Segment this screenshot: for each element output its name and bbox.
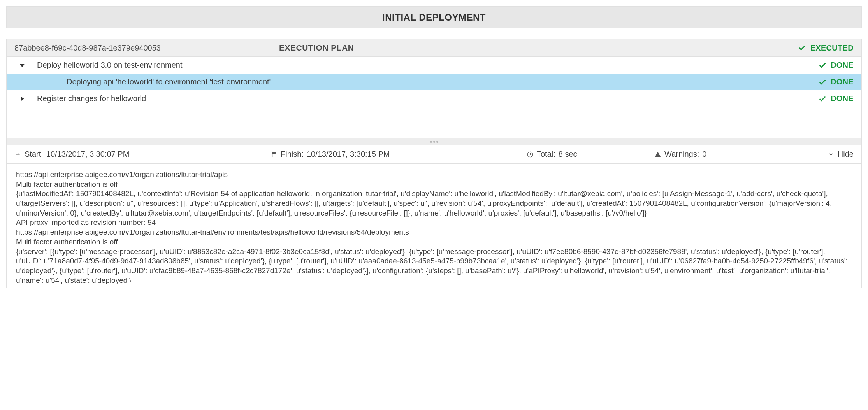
plan-row-label: Register changes for helloworld: [30, 94, 146, 103]
execution-plan-panel: 87abbee8-f69c-40d8-987a-1e379e940053 EXE…: [6, 39, 862, 288]
status-text: DONE: [831, 94, 854, 103]
warnings-label: Warnings:: [664, 150, 699, 159]
plan-row[interactable]: Deploying api 'helloworld' to environmen…: [7, 74, 861, 90]
check-icon: [818, 78, 827, 86]
total-label: Total:: [537, 150, 555, 159]
page-header: INITIAL DEPLOYMENT: [6, 6, 862, 28]
resize-handle[interactable]: [7, 138, 861, 145]
check-icon: [818, 61, 827, 70]
status-text: EXECUTED: [810, 44, 854, 53]
plan-row-label: Deploy helloworld 3.0 on test-environmen…: [30, 61, 183, 70]
status-text: DONE: [831, 77, 854, 86]
finish-value: 10/13/2017, 3:30:15 PM: [307, 150, 390, 159]
plan-header-row: 87abbee8-f69c-40d8-987a-1e379e940053 EXE…: [7, 39, 861, 57]
log-output: https://api.enterprise.apigee.com/v1/org…: [7, 164, 861, 288]
execution-summary-bar: Start: 10/13/2017, 3:30:07 PM Finish: 10…: [7, 145, 861, 164]
plan-row[interactable]: Register changes for helloworld DONE: [7, 90, 861, 107]
status-text: DONE: [831, 61, 854, 70]
page-title: INITIAL DEPLOYMENT: [7, 12, 861, 23]
flag-checkered-icon: [271, 151, 278, 158]
plan-row[interactable]: Deploy helloworld 3.0 on test-environmen…: [7, 57, 861, 74]
plan-row-status: DONE: [818, 94, 854, 103]
plan-row-label: Deploying api 'helloworld' to environmen…: [30, 77, 271, 86]
hide-toggle[interactable]: Hide: [828, 150, 854, 159]
warning-icon: [654, 151, 661, 158]
start-value: 10/13/2017, 3:30:07 PM: [46, 150, 130, 159]
caret-down-icon[interactable]: [14, 63, 30, 68]
plan-uuid: 87abbee8-f69c-40d8-987a-1e379e940053: [14, 44, 279, 53]
caret-right-icon[interactable]: [14, 96, 30, 101]
total-value: 8 sec: [559, 150, 577, 159]
check-icon: [798, 44, 807, 52]
plan-row-status: DONE: [818, 77, 854, 86]
check-icon: [818, 95, 827, 103]
plan-title: EXECUTION PLAN: [279, 43, 354, 53]
plan-row-status: DONE: [818, 61, 854, 70]
flag-outline-icon: [14, 151, 21, 158]
clock-icon: [527, 151, 534, 158]
plan-overall-status: EXECUTED: [798, 44, 854, 53]
finish-label: Finish:: [281, 150, 304, 159]
warnings-value: 0: [702, 150, 706, 159]
hide-label: Hide: [838, 150, 854, 159]
start-label: Start:: [25, 150, 43, 159]
chevron-down-icon: [828, 151, 835, 158]
